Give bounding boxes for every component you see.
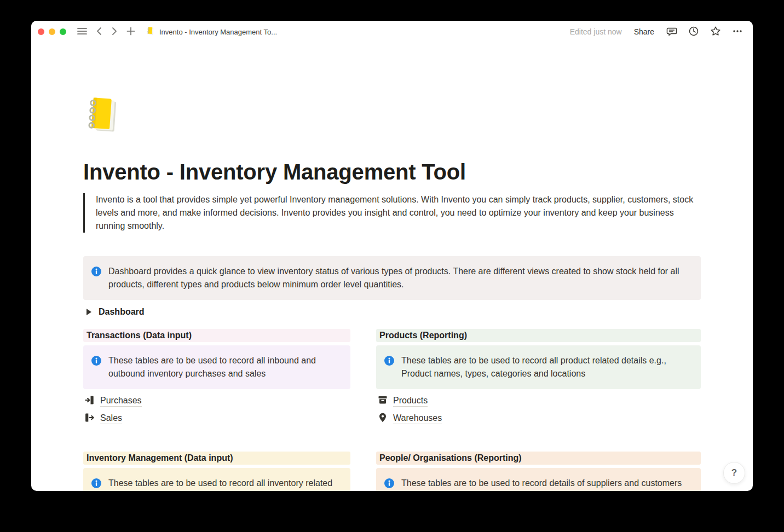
products-callout: These tables are to be used to record al… bbox=[376, 345, 701, 389]
column-right: Products (Reporting) These tables are to… bbox=[376, 329, 701, 491]
nav-back-button[interactable] bbox=[94, 26, 105, 38]
chevron-right-icon bbox=[111, 27, 118, 37]
window-titlebar: Invento - Inventory Management To... Edi… bbox=[31, 21, 753, 43]
close-window-button[interactable] bbox=[38, 28, 44, 35]
purchases-link-label: Purchases bbox=[100, 396, 142, 407]
help-button[interactable]: ? bbox=[723, 462, 745, 484]
exit-icon bbox=[84, 412, 95, 425]
history-button[interactable] bbox=[687, 25, 700, 39]
clock-icon bbox=[688, 26, 699, 38]
ellipsis-icon bbox=[732, 26, 743, 38]
people-organisations-callout-text: These tables are to be used to record de… bbox=[401, 477, 682, 491]
info-icon bbox=[91, 354, 102, 380]
toggle-triangle-icon bbox=[87, 309, 91, 315]
info-icon bbox=[91, 265, 102, 291]
transactions-callout-text: These tables are to be used to record al… bbox=[108, 354, 342, 380]
intro-quote-text: Invento is a tool that provides simple y… bbox=[96, 195, 693, 230]
dashboard-overview-callout: Dashboard provides a quick glance to vie… bbox=[83, 256, 701, 300]
section-header-products: Products (Reporting) bbox=[376, 329, 701, 342]
section-header-transactions: Transactions (Data input) bbox=[83, 329, 350, 342]
inventory-management-callout-text: These tables are to be used to record al… bbox=[108, 477, 342, 491]
column-left: Transactions (Data input) These tables a… bbox=[83, 329, 350, 491]
comments-button[interactable] bbox=[665, 25, 678, 39]
sales-link-label: Sales bbox=[100, 413, 122, 424]
page-icon-notebook[interactable] bbox=[83, 94, 126, 137]
transactions-links: Purchases Sales bbox=[83, 395, 350, 425]
products-callout-text: These tables are to be used to record al… bbox=[401, 354, 692, 380]
notebook-emoji-icon bbox=[146, 26, 155, 38]
notion-window: Invento - Inventory Management To... Edi… bbox=[31, 21, 753, 491]
plus-icon bbox=[126, 27, 135, 37]
archive-box-icon bbox=[377, 395, 388, 408]
chevron-left-icon bbox=[96, 27, 102, 37]
products-link-label: Products bbox=[393, 396, 428, 407]
dashboard-toggle[interactable]: Dashboard bbox=[83, 305, 701, 319]
dashboard-overview-text: Dashboard provides a quick glance to vie… bbox=[108, 265, 692, 291]
minimize-window-button[interactable] bbox=[49, 28, 55, 35]
info-icon bbox=[384, 477, 395, 491]
page-link-purchases[interactable]: Purchases bbox=[84, 395, 350, 408]
transactions-callout: These tables are to be used to record al… bbox=[83, 345, 350, 389]
new-tab-button[interactable] bbox=[124, 26, 137, 38]
warehouses-link-label: Warehouses bbox=[393, 413, 442, 424]
section-header-people-organisations: People/ Organisations (Reporting) bbox=[376, 452, 701, 465]
current-tab[interactable]: Invento - Inventory Management To... bbox=[146, 26, 277, 38]
page-link-sales[interactable]: Sales bbox=[84, 412, 350, 425]
inventory-management-callout: These tables are to be used to record al… bbox=[83, 468, 350, 491]
zoom-window-button[interactable] bbox=[60, 28, 66, 35]
tab-title: Invento - Inventory Management To... bbox=[159, 28, 277, 36]
info-icon bbox=[91, 477, 102, 491]
location-pin-icon bbox=[377, 412, 388, 425]
share-button[interactable]: Share bbox=[634, 27, 654, 36]
intro-quote-block: Invento is a tool that provides simple y… bbox=[83, 193, 701, 233]
more-options-button[interactable] bbox=[731, 25, 744, 39]
page-link-warehouses[interactable]: Warehouses bbox=[377, 412, 701, 425]
page-title[interactable]: Invento - Inventory Management Tool bbox=[83, 160, 701, 184]
comment-bubble-icon bbox=[666, 26, 677, 38]
nav-forward-button[interactable] bbox=[109, 26, 120, 38]
sidebar-menu-button[interactable] bbox=[75, 26, 89, 38]
page-link-products[interactable]: Products bbox=[377, 395, 701, 408]
star-icon bbox=[710, 26, 721, 38]
section-header-inventory-management: Inventory Management (Data input) bbox=[83, 452, 350, 465]
traffic-lights bbox=[38, 28, 66, 35]
people-organisations-callout: These tables are to be used to record de… bbox=[376, 468, 701, 491]
two-column-layout: Transactions (Data input) These tables a… bbox=[83, 329, 701, 491]
enter-icon bbox=[84, 395, 95, 408]
hamburger-icon bbox=[77, 27, 87, 37]
page-scroll-area: Invento - Inventory Management Tool Inve… bbox=[31, 43, 753, 491]
edited-status: Edited just now bbox=[570, 27, 622, 36]
dashboard-toggle-label: Dashboard bbox=[99, 307, 145, 317]
products-links: Products Warehouses bbox=[376, 395, 701, 425]
favorite-button[interactable] bbox=[709, 25, 722, 39]
info-icon bbox=[384, 354, 395, 380]
